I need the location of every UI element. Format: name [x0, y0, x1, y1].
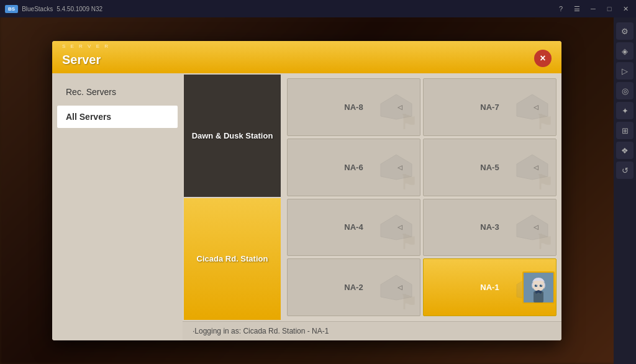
dialog-body: Rec. Servers All Servers Dawn & Dusk Sta… — [52, 73, 561, 340]
close-dialog-button[interactable]: × — [534, 50, 552, 67]
sidebar-icon-5[interactable]: ✦ — [616, 102, 634, 119]
dialog-category-label: S E R V E R — [62, 43, 110, 49]
group-cicada[interactable]: Cicada Rd. Station — [184, 198, 281, 321]
window-controls: ? ☰ ─ □ ✕ — [555, 3, 631, 14]
server-na2[interactable]: NA-2 ◁ ⚑ — [287, 258, 420, 316]
help-button[interactable]: ? — [555, 3, 566, 14]
server-na6[interactable]: NA-6 ◁ ⚑ — [287, 139, 420, 196]
server-na7[interactable]: NA-7 ◁ ⚑ — [423, 78, 556, 136]
group-column: Dawn & Dusk Station Cicada Rd. Station — [183, 73, 282, 321]
sidebar-icon-7[interactable]: ❖ — [616, 142, 634, 159]
server-na4[interactable]: NA-4 ◁ ⚑ — [287, 199, 420, 257]
close-button[interactable]: ✕ — [620, 3, 631, 14]
svg-rect-1 — [534, 291, 543, 303]
sidebar-icon-3[interactable]: ▷ — [616, 62, 634, 80]
status-bar: ·Logging in as: Cicada Rd. Station - NA-… — [183, 321, 561, 340]
servers-grid: NA-8 ◁ ⚑ NA-7 ◁ ⚑ NA-6 ◁ ⚑ — [282, 73, 561, 321]
sidebar-icon-6[interactable]: ⊞ — [616, 122, 634, 139]
titlebar: BS BlueStacks 5.4.50.1009 N32 ? ☰ ─ □ ✕ — [0, 0, 636, 17]
menu-button[interactable]: ☰ — [571, 3, 583, 14]
dialog-header: S E R V E R Server × — [52, 41, 561, 73]
titlebar-version: 5.4.50.1009 N32 — [57, 6, 102, 12]
right-sidebar: ⚙ ◈ ▷ ◎ ✦ ⊞ ❖ ↺ — [614, 17, 636, 364]
status-text: ·Logging in as: Cicada Rd. Station - NA-… — [193, 327, 329, 335]
server-na5[interactable]: NA-5 ◁ ⚑ — [423, 139, 556, 196]
dialog-backdrop: S E R V E R Server × Rec. Servers All Se… — [0, 17, 614, 364]
left-panel: Rec. Servers All Servers — [52, 73, 183, 340]
svg-point-7 — [536, 284, 537, 285]
group-dawn-dusk[interactable]: Dawn & Dusk Station — [184, 75, 281, 197]
sidebar-icon-2[interactable]: ◈ — [616, 42, 634, 60]
maximize-button[interactable]: □ — [604, 3, 615, 14]
avatar — [522, 271, 555, 304]
server-na3[interactable]: NA-3 ◁ ⚑ — [423, 199, 556, 257]
svg-point-8 — [541, 284, 542, 285]
server-dialog: S E R V E R Server × Rec. Servers All Se… — [52, 41, 561, 340]
server-na8[interactable]: NA-8 ◁ ⚑ — [287, 78, 420, 136]
sidebar-icon-4[interactable]: ◎ — [616, 82, 634, 99]
sidebar-icon-1[interactable]: ⚙ — [616, 22, 634, 40]
titlebar-app-name: BlueStacks — [22, 6, 53, 12]
dialog-title: Server — [62, 53, 101, 67]
server-area: Dawn & Dusk Station Cicada Rd. Station N… — [183, 73, 561, 321]
right-panel: Dawn & Dusk Station Cicada Rd. Station N… — [183, 73, 561, 340]
minimize-button[interactable]: ─ — [588, 3, 599, 14]
nav-all-servers[interactable]: All Servers — [57, 106, 178, 128]
server-na1[interactable]: NA-1 ◁ — [423, 258, 556, 316]
sidebar-icon-8[interactable]: ↺ — [616, 162, 634, 179]
nav-rec-servers[interactable]: Rec. Servers — [57, 81, 178, 103]
bluestacks-logo: BS — [5, 5, 18, 13]
